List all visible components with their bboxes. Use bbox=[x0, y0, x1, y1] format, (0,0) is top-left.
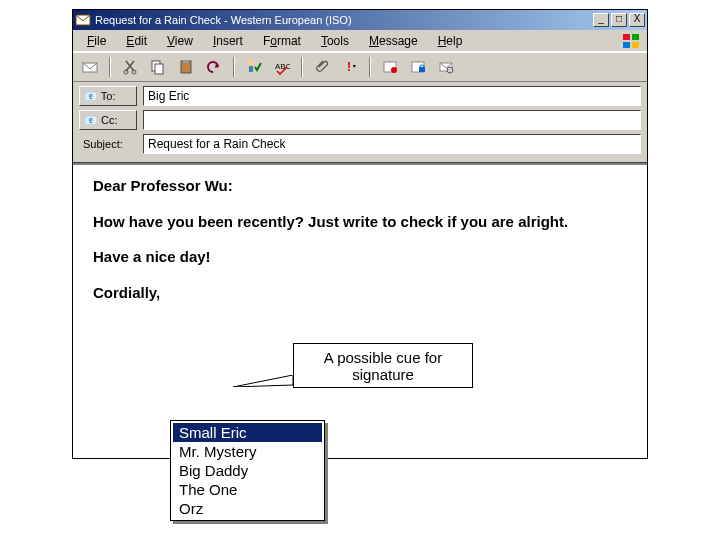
menu-insert[interactable]: Insert bbox=[203, 32, 253, 50]
svg-text:ABC: ABC bbox=[275, 62, 290, 71]
menu-edit[interactable]: Edit bbox=[116, 32, 157, 50]
to-row: 📧 To: bbox=[79, 86, 641, 106]
compose-window: Request for a Rain Check - Western Europ… bbox=[72, 9, 648, 459]
callout-connector bbox=[233, 375, 293, 387]
menu-view[interactable]: View bbox=[157, 32, 203, 50]
close-button[interactable]: X bbox=[629, 13, 645, 27]
menu-file[interactable]: File bbox=[77, 32, 116, 50]
svg-rect-3 bbox=[623, 42, 630, 48]
app-icon bbox=[75, 12, 91, 28]
minimize-button[interactable]: _ bbox=[593, 13, 609, 27]
signature-option-4[interactable]: Orz bbox=[173, 499, 322, 518]
toolbar: ABC ! bbox=[73, 52, 647, 82]
toolbar-separator bbox=[369, 57, 371, 77]
callout-text: A possible cue for signature bbox=[298, 349, 468, 383]
svg-point-12 bbox=[248, 60, 254, 66]
menu-tools[interactable]: Tools bbox=[311, 32, 359, 50]
paste-button[interactable] bbox=[175, 56, 197, 78]
body-line1: How have you been recently? Just write t… bbox=[93, 212, 627, 232]
message-body[interactable]: Dear Professor Wu: How have you been rec… bbox=[73, 166, 647, 458]
send-button[interactable] bbox=[79, 56, 101, 78]
signature-popup: Small Eric Mr. Mystery Big Daddy The One… bbox=[170, 420, 325, 521]
check-button[interactable] bbox=[243, 56, 265, 78]
svg-rect-13 bbox=[249, 66, 253, 72]
svg-rect-11 bbox=[183, 60, 189, 63]
signature-option-1[interactable]: Mr. Mystery bbox=[173, 442, 322, 461]
maximize-button[interactable]: □ bbox=[611, 13, 627, 27]
signature-option-2[interactable]: Big Daddy bbox=[173, 461, 322, 480]
cc-row: 📧 Cc: bbox=[79, 110, 641, 130]
window-buttons: _ □ X bbox=[593, 13, 645, 27]
offline-button[interactable] bbox=[435, 56, 457, 78]
svg-point-21 bbox=[447, 67, 453, 73]
svg-rect-2 bbox=[632, 34, 639, 40]
to-button[interactable]: 📧 To: bbox=[79, 86, 137, 106]
windows-flag-icon bbox=[621, 32, 643, 50]
subject-row: Subject: bbox=[79, 134, 641, 154]
subject-input[interactable] bbox=[143, 134, 641, 154]
svg-point-17 bbox=[391, 67, 397, 73]
subject-label: Subject: bbox=[79, 138, 137, 150]
body-line2: Have a nice day! bbox=[93, 247, 627, 267]
spelling-button[interactable]: ABC bbox=[271, 56, 293, 78]
signature-option-0[interactable]: Small Eric bbox=[173, 423, 322, 442]
undo-button[interactable] bbox=[203, 56, 225, 78]
toolbar-separator bbox=[109, 57, 111, 77]
svg-rect-9 bbox=[155, 64, 163, 74]
encrypt-button[interactable] bbox=[407, 56, 429, 78]
menu-format[interactable]: Format bbox=[253, 32, 311, 50]
body-closing: Cordially, bbox=[93, 283, 627, 303]
menubar: File Edit View Insert Format Tools Messa… bbox=[73, 30, 647, 52]
toolbar-separator bbox=[233, 57, 235, 77]
menu-message[interactable]: Message bbox=[359, 32, 428, 50]
menu-help[interactable]: Help bbox=[428, 32, 473, 50]
attach-button[interactable] bbox=[311, 56, 333, 78]
window-title: Request for a Rain Check - Western Europ… bbox=[95, 14, 593, 26]
callout-box: A possible cue for signature bbox=[293, 343, 473, 388]
header-fields: 📧 To: 📧 Cc: Subject: bbox=[73, 82, 647, 162]
svg-rect-19 bbox=[419, 67, 425, 72]
to-input[interactable] bbox=[143, 86, 641, 106]
signature-option-3[interactable]: The One bbox=[173, 480, 322, 499]
svg-text:!: ! bbox=[347, 60, 351, 74]
copy-button[interactable] bbox=[147, 56, 169, 78]
cut-button[interactable] bbox=[119, 56, 141, 78]
sign-button[interactable] bbox=[379, 56, 401, 78]
svg-rect-4 bbox=[632, 42, 639, 48]
svg-rect-1 bbox=[623, 34, 630, 40]
titlebar: Request for a Rain Check - Western Europ… bbox=[73, 10, 647, 30]
cc-input[interactable] bbox=[143, 110, 641, 130]
cc-button[interactable]: 📧 Cc: bbox=[79, 110, 137, 130]
priority-button[interactable]: ! bbox=[339, 56, 361, 78]
body-greeting: Dear Professor Wu: bbox=[93, 176, 627, 196]
toolbar-separator bbox=[301, 57, 303, 77]
